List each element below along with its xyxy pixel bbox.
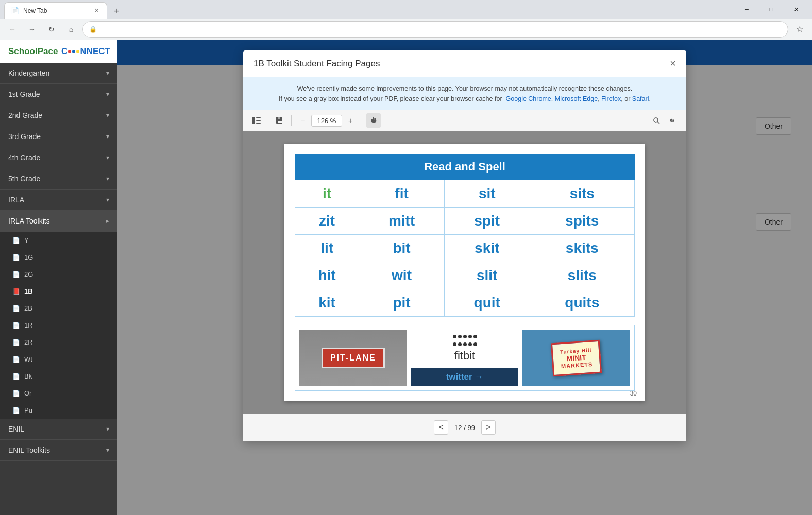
active-tab[interactable]: 📄 New Tab ✕ <box>4 2 107 19</box>
back-button[interactable]: ← <box>4 21 21 38</box>
modal-notice-line2: If you see a gray box instead of your PD… <box>253 94 676 104</box>
bookmark-button[interactable]: ☆ <box>791 21 808 38</box>
chevron-down-icon: ▾ <box>106 447 109 454</box>
sidebar-label-enil-toolkits: ENIL Toolkits <box>8 446 50 454</box>
sidebar-sub-label-2b: 2B <box>24 304 32 312</box>
sidebar-item-enil[interactable]: ENIL ▾ <box>0 419 117 440</box>
sidebar-sub-item-wt[interactable]: 📄 Wt <box>0 351 117 368</box>
sidebar-logo: SchoolPace C NNECT <box>0 40 117 63</box>
pdf-save-button[interactable] <box>273 113 287 128</box>
sidebar-sub-item-pu[interactable]: 📄 Pu <box>0 402 117 419</box>
sidebar-sub-item-2b[interactable]: 📄 2B <box>0 300 117 317</box>
page-separator: / <box>462 424 468 432</box>
browser-frame: 📄 New Tab ✕ + ─ □ ✕ ← → ↻ ⌂ 🔒 ☆ <box>0 0 812 515</box>
table-cell: quits <box>530 289 634 317</box>
modal-title: 1B Toolkit Student Facing Pages <box>253 59 380 69</box>
pitlane-background: PIT-LANE <box>299 330 407 386</box>
sidebar-sub-item-1b[interactable]: 📕 1B <box>0 283 117 300</box>
sidebar-sub-item-bk[interactable]: 📄 Bk <box>0 368 117 385</box>
modal-overlay: 1B Toolkit Student Facing Pages × We've … <box>117 40 812 515</box>
sidebar-sub-label-1r: 1R <box>24 321 33 329</box>
fitbit-dots-row <box>453 335 477 338</box>
zoom-decrease-button[interactable]: − <box>296 113 310 128</box>
refresh-button[interactable]: ↻ <box>43 21 60 38</box>
sidebar-label-irla-toolkits: IRLA Toolkits <box>8 217 50 225</box>
sidebar-item-irla[interactable]: IRLA ▾ <box>0 190 117 211</box>
main-area: SchoolPace C NNECT Kindergarten ▾ 1st Gr… <box>0 40 812 515</box>
firefox-link[interactable]: Firefox <box>601 95 621 102</box>
total-pages: 99 <box>467 424 475 432</box>
logo-dots <box>68 50 79 53</box>
sidebar-item-2ndgrade[interactable]: 2nd Grade ▾ <box>0 105 117 126</box>
sidebar-item-5thgrade[interactable]: 5th Grade ▾ <box>0 168 117 190</box>
google-chrome-link[interactable]: Google Chrome <box>506 95 551 102</box>
table-cell: slits <box>530 262 634 289</box>
sidebar-sub-label-or: Or <box>24 389 31 397</box>
minimize-button[interactable]: ─ <box>735 1 758 18</box>
images-row: PIT-LANE <box>295 325 635 391</box>
sidebar-sub-item-or[interactable]: 📄 Or <box>0 385 117 402</box>
document-icon: 📄 <box>12 305 20 312</box>
sidebar-sub-label-y: Y <box>24 236 29 244</box>
chevron-down-icon: ▾ <box>106 91 109 98</box>
address-bar[interactable]: 🔒 <box>82 21 788 38</box>
turkeyhill-background: Turkey Hill MINIT MARKETS <box>522 330 630 386</box>
sidebar-item-4thgrade[interactable]: 4th Grade ▾ <box>0 147 117 168</box>
chevron-down-icon: ▾ <box>106 425 109 433</box>
tab-close-button[interactable]: ✕ <box>92 7 100 15</box>
next-page-button[interactable]: > <box>481 420 496 435</box>
close-window-button[interactable]: ✕ <box>784 1 808 18</box>
table-header: Read and Spell <box>295 154 635 180</box>
table-cell: quit <box>444 289 530 317</box>
sidebar-sub-item-y[interactable]: 📄 Y <box>0 232 117 249</box>
sidebar-sub-label-2r: 2R <box>24 338 33 346</box>
hand-tool-button[interactable] <box>366 113 381 128</box>
table-cell: slit <box>444 262 530 289</box>
table-row: litbitskitskits <box>295 235 635 262</box>
toolbar-separator <box>268 115 268 126</box>
browser-titlebar: 📄 New Tab ✕ + ─ □ ✕ <box>0 0 812 19</box>
sidebar-toggle-button[interactable] <box>249 113 264 128</box>
pdf-pagination: < 12 / 99 > <box>243 414 686 441</box>
sidebar-sub-item-2g[interactable]: 📄 2G <box>0 266 117 283</box>
search-button[interactable] <box>649 113 664 128</box>
table-cell: bit <box>359 235 445 262</box>
turkeyhill-image: Turkey Hill MINIT MARKETS <box>522 330 630 386</box>
table-cell: wit <box>359 262 445 289</box>
sidebar-sub-item-1g[interactable]: 📄 1G <box>0 249 117 266</box>
settings-button[interactable] <box>666 113 680 128</box>
sidebar-sub-item-1r[interactable]: 📄 1R <box>0 317 117 334</box>
toolbar-separator-2 <box>291 115 292 126</box>
sidebar-item-irla-toolkits[interactable]: IRLA Toolkits ▸ <box>0 211 117 232</box>
document-icon: 📄 <box>12 356 20 363</box>
home-button[interactable]: ⌂ <box>63 21 79 38</box>
table-cell: skit <box>444 235 530 262</box>
fitbit-logo-text: fitbit <box>454 349 475 363</box>
lock-icon: 🔒 <box>89 26 97 33</box>
modal-notice-line1: We've recently made some improvements to… <box>253 83 676 94</box>
sidebar-sub-item-2r[interactable]: 📄 2R <box>0 334 117 351</box>
sidebar-label-kindergarten: Kindergarten <box>8 69 49 77</box>
modal-close-button[interactable]: × <box>670 58 676 70</box>
chevron-right-icon: ▸ <box>106 217 109 225</box>
safari-link[interactable]: Safari <box>632 95 649 102</box>
new-tab-button[interactable]: + <box>109 4 124 19</box>
forward-button[interactable]: → <box>24 21 40 38</box>
sidebar-item-kindergarten[interactable]: Kindergarten ▾ <box>0 63 117 84</box>
read-and-spell-table: Read and Spell itfitsitsitszitmittspitsp… <box>295 154 635 317</box>
document-icon: 📄 <box>12 373 20 380</box>
ms-edge-link[interactable]: Microsoft Edge <box>555 95 598 102</box>
zoom-increase-button[interactable]: + <box>343 113 358 128</box>
sidebar-item-1stgrade[interactable]: 1st Grade ▾ <box>0 84 117 105</box>
zoom-value[interactable]: 126 % <box>311 115 342 127</box>
prev-page-button[interactable]: < <box>434 420 448 435</box>
sidebar-item-enil-toolkits[interactable]: ENIL Toolkits ▾ <box>0 440 117 461</box>
sidebar-label-5thgrade: 5th Grade <box>8 175 40 183</box>
document-icon: 📄 <box>12 339 20 346</box>
zoom-control: − 126 % + <box>296 113 358 128</box>
sidebar-item-3rdgrade[interactable]: 3rd Grade ▾ <box>0 126 117 147</box>
logo-text: SchoolPace C NNECT <box>8 46 109 57</box>
fitbit-area: fitbit <box>411 330 519 368</box>
maximize-button[interactable]: □ <box>759 1 783 18</box>
chevron-down-icon: ▾ <box>106 112 109 119</box>
